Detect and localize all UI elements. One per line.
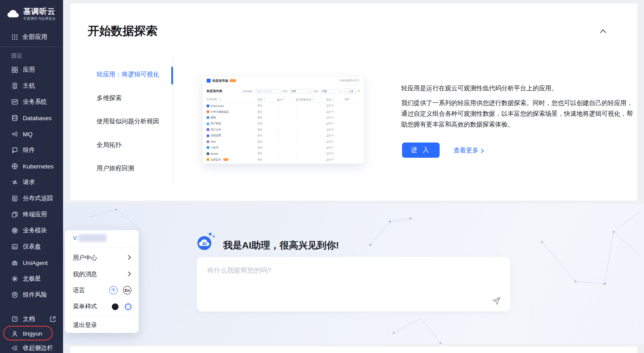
tab-light-app[interactable]: 轻应用：将逻辑可视化 [97, 71, 172, 80]
preview-row-name: 用户分析 [211, 128, 221, 132]
ai-assistant-section: AI 我是AI助理，很高兴见到你! [63, 203, 644, 344]
preview-row-cell: -- [277, 158, 296, 161]
sidebar-collapse-button[interactable]: 收起侧边栏 [0, 341, 63, 353]
preview-filter-name-label: 应用名称: [242, 90, 253, 93]
enter-button[interactable]: 进 入 [402, 143, 440, 158]
language-label: 语言 [73, 286, 85, 294]
menu-style-light-toggle[interactable] [125, 303, 131, 310]
preview-table-row: 拨测系统----运行中 [207, 115, 360, 121]
tab-global-topology[interactable]: 全局拓扑 [97, 141, 172, 150]
collapse-label: 收起侧边栏 [23, 344, 53, 352]
sidebar-item-docs[interactable]: ? 文档 [0, 312, 63, 326]
sidebar-item-label: Databases [23, 115, 52, 122]
preview-row-name: 全景监控 [211, 158, 221, 162]
preview-row-cell: 系统 [257, 128, 277, 132]
business-system-icon [11, 98, 18, 105]
sidebar-item-databases[interactable]: Databases [0, 110, 63, 126]
menu-item-user-center[interactable]: 用户中心 [65, 251, 139, 265]
preview-row-name: 用户细查 [211, 122, 221, 126]
host-icon [11, 82, 18, 89]
sidebar-item-label: 业务模块 [23, 227, 47, 235]
sidebar-item-uniagent[interactable]: UniAgent [0, 255, 63, 271]
preview-row-cell: 运行中 [326, 128, 345, 132]
brand-title: 基调听云 [23, 8, 56, 16]
sidebar-item-business-module[interactable]: 业务模块 [0, 223, 63, 239]
component-icon [11, 147, 18, 154]
preview-row-cell: 系统 [257, 158, 277, 162]
business-module-icon [11, 227, 18, 234]
sidebar-item-tracing[interactable]: 分布式追踪 [0, 190, 63, 206]
sidebar-item-component[interactable]: 组件 [0, 142, 63, 158]
preview-row-cell: 系统 [257, 116, 277, 120]
username-label: tingyun [23, 330, 42, 337]
send-icon[interactable] [491, 296, 501, 306]
preview-table-row: 小程序系统----运行中 [207, 145, 360, 151]
preview-column-header: 状态 [326, 97, 345, 102]
language-zh-toggle[interactable]: 中 [109, 286, 118, 294]
preview-row-cell: -- [296, 140, 326, 143]
preview-row-cell: 运行中 [326, 158, 345, 162]
collapse-panel-button[interactable] [598, 26, 608, 36]
sort-icon [263, 97, 265, 101]
language-en-toggle[interactable]: En [123, 286, 131, 294]
ai-input[interactable] [197, 257, 510, 311]
preview-row-cell: 系统 [257, 134, 277, 138]
preview-name-input: 请输入应用名称 [255, 89, 281, 94]
sidebar-item-label: 终端应用 [23, 210, 47, 219]
preview-row-cell: 系统 [257, 110, 277, 114]
preview-row-name: 拨测 [211, 116, 216, 120]
tab-user-journey[interactable]: 用户旅程回溯 [97, 164, 172, 173]
uniagent-icon [11, 259, 18, 266]
sidebar-item-apps[interactable]: 应用 [0, 62, 63, 78]
sidebar-section-label: 固定 [11, 52, 22, 60]
preview-row-cell: 运行中 [326, 134, 345, 138]
menu-item-logout[interactable]: 退出登录 [65, 319, 139, 332]
sidebar-item-component-risk[interactable]: 组件风险 [0, 287, 63, 303]
sidebar-item-kubernetes[interactable]: Kubernetes [0, 158, 63, 174]
external-link-icon[interactable] [49, 315, 56, 324]
preview-row-app-icon [207, 146, 209, 149]
brand-logo: 基调听云 可观测性与应用安全 [6, 8, 56, 21]
preview-row-cell: -- [277, 134, 296, 137]
sidebar-item-dashboard[interactable]: 仪表盘 [0, 239, 63, 255]
preview-row-cell: -- [296, 128, 326, 131]
sidebar-item-polaris[interactable]: 北极星 [0, 271, 63, 287]
preview-row-cell: 运行中 [326, 110, 345, 114]
chevron-right-icon [127, 271, 131, 278]
tab-multidim-explore[interactable]: 多维探索 [97, 94, 172, 103]
logout-label: 退出登录 [73, 321, 97, 329]
preview-column-header: 版本 [277, 97, 296, 102]
preview-table-row: Web系统----运行中 [207, 139, 360, 144]
preview-filter-type-label: 类型 [283, 90, 288, 93]
preview-column-header: 类型 [257, 97, 277, 102]
kubernetes-icon [11, 163, 18, 170]
menu-style-dark-toggle[interactable] [112, 303, 119, 310]
preview-table-row: Mobile系统----运行中 [207, 151, 360, 156]
sidebar-divider [0, 46, 63, 47]
preview-panel: 轻应用列表 应用名称: 请输入应用名称 类型 全部▾ 状态 全部▾ ↑ 上传 ⟳… [207, 88, 360, 164]
preview-row-name: 小程序 [211, 146, 218, 150]
preview-row-cell: -- [277, 116, 296, 119]
version-row: V: [73, 234, 106, 242]
ai-assistant-icon: AI [195, 231, 217, 254]
preview-table: 应用名称类型版本最后更新时间状态操作 Kubernetes系统----运行中分布… [207, 97, 360, 163]
menu-item-my-messages[interactable]: 我的消息 [65, 268, 139, 281]
sidebar-item-host[interactable]: 主机 [0, 78, 63, 94]
preview-table-row: 用户分析系统----运行中 [207, 127, 360, 133]
preview-row-cell: 运行中 [326, 146, 345, 150]
sidebar-user-button[interactable]: tingyun [0, 327, 63, 340]
tab-root-cause[interactable]: 使用疑似问题分析根因 [97, 118, 172, 126]
sidebar-item-all-apps[interactable]: 全部应用 [0, 30, 63, 44]
preview-row-app-icon [207, 134, 209, 137]
preview-row-name: Mobile [211, 152, 218, 155]
sidebar-item-request[interactable]: 请求 [0, 174, 63, 190]
preview-row-cell: 运行中 [326, 104, 345, 108]
see-more-link[interactable]: 查看更多 [453, 146, 484, 155]
preview-row-name: Kubernetes [211, 105, 224, 107]
sidebar-item-terminal-app[interactable]: 终端应用 [0, 206, 63, 223]
sidebar-item-business-system[interactable]: 业务系统 [0, 94, 63, 110]
grid-icon [11, 34, 18, 41]
preview-row-cell: 运行中 [326, 122, 345, 126]
preview-row-app-icon [207, 105, 209, 107]
sidebar-item-mq[interactable]: MQ [0, 126, 63, 142]
